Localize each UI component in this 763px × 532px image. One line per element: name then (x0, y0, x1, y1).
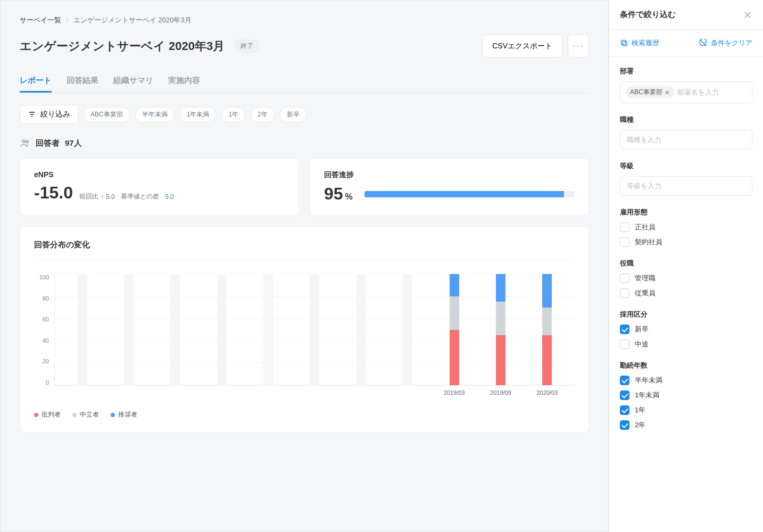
checkbox[interactable] (620, 237, 629, 247)
dept-tag: ABC事業部 ✕ (626, 86, 674, 98)
job-input[interactable] (620, 130, 752, 149)
progress-bar (364, 191, 575, 197)
checkbox[interactable] (620, 376, 629, 385)
grade-label: 等級 (620, 161, 752, 171)
tab-org-summary[interactable]: 組織サマリ (113, 70, 153, 93)
checkbox[interactable] (620, 288, 629, 298)
distribution-chart-card: 回答分布の変化 100806040200 2019/032019/092020/… (20, 227, 589, 433)
tab-report[interactable]: レポート (20, 70, 52, 93)
bar-column (78, 274, 87, 385)
check-item[interactable]: 半年未満 (620, 376, 752, 385)
more-actions-button[interactable]: ··· (568, 35, 589, 57)
page-title: エンゲージメントサーベイ 2020年3月 (20, 38, 225, 54)
svg-point-3 (22, 140, 25, 143)
enps-card: eNPS -15.0 前回比 ↑ 5.0 基準値との差 5.0 (20, 158, 299, 216)
bar-column (356, 274, 366, 385)
check-item[interactable]: 中途 (620, 339, 752, 349)
search-history-button[interactable]: 検索履歴 (620, 38, 659, 48)
filter-chip[interactable]: 2年 (251, 107, 275, 122)
bar-column: 2020/03 (542, 274, 552, 385)
filter-panel: 条件で絞り込む 検索履歴 条件をクリア 部署 ABC事業部 ✕ 職種 (609, 0, 763, 532)
dept-label: 部署 (620, 66, 752, 76)
svg-rect-8 (623, 41, 627, 46)
check-item[interactable]: 新卒 (620, 325, 752, 334)
close-icon[interactable] (743, 10, 752, 20)
bar-column (124, 274, 134, 385)
filter-chip[interactable]: 1年未満 (180, 107, 217, 122)
chart-plot: 2019/032019/092020/03 (54, 274, 575, 386)
bar-column (170, 274, 180, 385)
legend-passive: 中立者 (72, 410, 99, 419)
breadcrumb-current: エンゲージメントサーベイ 2020年3月 (73, 16, 192, 24)
dept-text-input[interactable] (677, 88, 747, 96)
history-icon (620, 39, 628, 47)
svg-rect-7 (621, 40, 626, 45)
progress-value: 95 (324, 184, 343, 203)
clear-filters-button[interactable]: 条件をクリア (699, 38, 752, 48)
breadcrumb-root[interactable]: サーベイ一覧 (20, 16, 61, 24)
filter-panel-title: 条件で絞り込む (620, 10, 676, 20)
legend-detractor: 批判者 (34, 410, 61, 419)
tabs: レポート 回答結果 組織サマリ 実施内容 (20, 70, 589, 93)
dept-input[interactable]: ABC事業部 ✕ (620, 81, 752, 103)
checkbox[interactable] (620, 325, 629, 334)
filter-chip[interactable]: ABC事業部 (84, 107, 130, 122)
check-item[interactable]: 管理職 (620, 273, 752, 283)
respondents: 回答者 97人 (20, 138, 589, 148)
job-label: 職種 (620, 115, 752, 124)
filter-row: 絞り込み ABC事業部 半年未満 1年未満 1年 2年 新卒 (20, 105, 589, 124)
progress-fill (364, 191, 564, 197)
grade-input[interactable] (620, 176, 752, 196)
bar-column (310, 274, 319, 385)
bar-column: 2019/03 (450, 274, 459, 385)
checkbox[interactable] (620, 390, 629, 400)
check-item[interactable]: 1年未満 (620, 390, 752, 400)
checkbox[interactable] (620, 222, 629, 232)
filter-icon (28, 110, 36, 119)
bar-column (263, 274, 273, 385)
y-axis: 100806040200 (34, 274, 49, 386)
check-item[interactable]: 1年 (620, 405, 752, 415)
filter-chip[interactable]: 1年 (221, 107, 245, 122)
filter-chip[interactable]: 新卒 (280, 107, 306, 122)
checkbox[interactable] (620, 405, 629, 415)
check-item[interactable]: 正社員 (620, 222, 752, 232)
main-content: サーベイ一覧 / エンゲージメントサーベイ 2020年3月 エンゲージメントサー… (0, 0, 609, 532)
respondents-label: 回答者 (36, 138, 60, 148)
progress-title: 回答進捗 (324, 170, 575, 180)
chart-title: 回答分布の変化 (34, 240, 575, 260)
arrow-up-icon: ↑ (101, 193, 104, 201)
tab-answers[interactable]: 回答結果 (67, 70, 98, 93)
progress-card: 回答進捗 95% (310, 158, 589, 216)
enps-value: -15.0 (34, 183, 73, 203)
remove-tag-icon[interactable]: ✕ (665, 89, 670, 96)
svg-point-4 (26, 140, 28, 143)
check-item[interactable]: 従業員 (620, 288, 752, 298)
breadcrumb: サーベイ一覧 / エンゲージメントサーベイ 2020年3月 (20, 15, 589, 25)
legend-promoter: 推奨者 (111, 410, 137, 419)
clear-icon (699, 39, 708, 47)
bar-column (403, 274, 412, 385)
people-icon (20, 138, 30, 148)
tab-details[interactable]: 実施内容 (168, 70, 200, 93)
enps-title: eNPS (34, 170, 285, 179)
status-badge: 終了 (234, 39, 260, 53)
bar-column: 2019/09 (496, 274, 505, 385)
check-item[interactable]: 2年 (620, 420, 752, 430)
checkbox[interactable] (620, 339, 629, 349)
checkbox[interactable] (620, 273, 629, 283)
check-item[interactable]: 契約社員 (620, 237, 752, 247)
chart-legend: 批判者 中立者 推奨者 (34, 410, 575, 419)
filter-chip[interactable]: 半年未満 (135, 107, 175, 122)
checkbox[interactable] (620, 420, 629, 430)
filter-button[interactable]: 絞り込み (20, 105, 78, 124)
respondents-count: 97人 (65, 138, 82, 148)
bar-column (217, 274, 227, 385)
csv-export-button[interactable]: CSVエクスポート (482, 35, 562, 57)
